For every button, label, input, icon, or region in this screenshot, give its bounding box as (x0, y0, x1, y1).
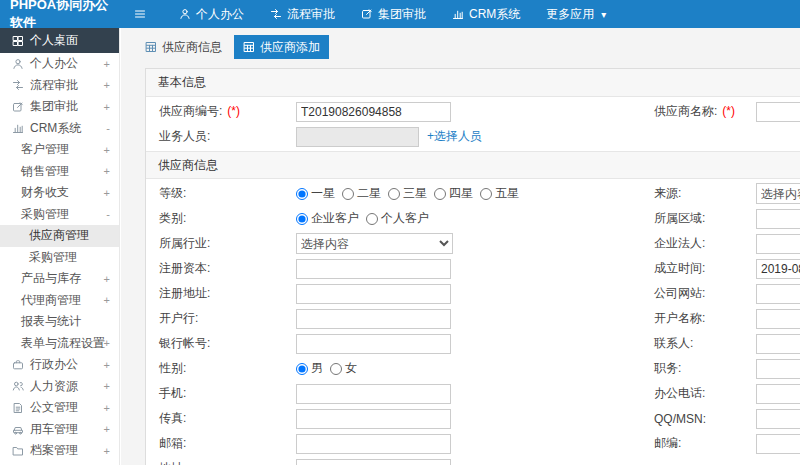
tab-bar: 供应商信息供应商添加 (121, 28, 800, 59)
level-radio-4[interactable]: 五星 (480, 185, 519, 202)
topnav-group-approval[interactable]: 集团审批 (348, 0, 439, 28)
gender-radio-input[interactable] (330, 363, 342, 375)
position-input[interactable] (756, 359, 800, 379)
field-label: 供应商名称:(*) (641, 103, 756, 120)
form-row: 性别:男女职务: (146, 356, 800, 381)
legal-person-input[interactable] (756, 234, 800, 254)
field-legal-person: 企业法人: (641, 234, 800, 254)
contact-input[interactable] (756, 334, 800, 354)
sidebar-item-workflow-approval[interactable]: 流程审批+ (0, 75, 119, 97)
gender-radio-0[interactable]: 男 (296, 360, 323, 377)
section-supplier-detail: 供应商信息等级:一星二星三星四星五星来源:选择内容类别:企业客户个人客户所属区域… (146, 151, 800, 465)
email-input[interactable] (296, 434, 451, 454)
registered-capital-input[interactable] (296, 259, 451, 279)
sidebar-item-form-flow-settings[interactable]: 表单与流程设置+ (0, 333, 119, 355)
sidebar-item-agent-mgmt[interactable]: 代理商管理+ (0, 290, 119, 312)
established-date-input[interactable] (756, 259, 800, 279)
mobile-input[interactable] (296, 384, 451, 404)
radio-label: 二星 (357, 185, 381, 202)
expand-plus-icon: + (104, 380, 110, 392)
tab-supplier-add[interactable]: 供应商添加 (234, 35, 329, 59)
sidebar-item-purchase-mgmt-item[interactable]: 采购管理 (0, 247, 119, 269)
sidebar-item-customer-mgmt[interactable]: 客户管理+ (0, 139, 119, 161)
sidebar-item-supplier-mgmt[interactable]: 供应商管理 (0, 225, 119, 247)
level-radio-input[interactable] (342, 188, 354, 200)
bank-input[interactable] (296, 309, 451, 329)
category-radio-0[interactable]: 企业客户 (296, 210, 359, 227)
category-radio-1[interactable]: 个人客户 (366, 210, 429, 227)
address-input[interactable] (296, 459, 451, 465)
sidebar-item-finance[interactable]: 财务收支+ (0, 182, 119, 204)
bank-account-input[interactable] (296, 334, 451, 354)
user-icon (179, 8, 191, 20)
radio-label: 四星 (449, 185, 473, 202)
topnav-more-apps[interactable]: 更多应用▾ (533, 0, 619, 28)
field-label: 类别: (146, 210, 296, 227)
choose-person-link[interactable]: +选择人员 (427, 128, 482, 145)
account-name-input[interactable] (756, 309, 800, 329)
qq-msn-input[interactable] (756, 409, 800, 429)
radio-label: 一星 (311, 185, 335, 202)
supplier-name-input[interactable] (756, 102, 800, 122)
sidebar-item-document-mgmt[interactable]: 公文管理+ (0, 397, 119, 419)
supplier-form-panel: 基本信息供应商编号:(*)供应商名称:(*)业务人员:+选择人员供应商信息等级:… (145, 68, 800, 465)
required-marker: (*) (227, 104, 240, 118)
field-postcode: 邮编: (641, 434, 800, 454)
gender-radio-1[interactable]: 女 (330, 360, 357, 377)
gender-radio-input[interactable] (296, 363, 308, 375)
source-select[interactable]: 选择内容 (756, 183, 800, 204)
edit-icon (361, 8, 373, 20)
category-radio-input[interactable] (366, 213, 378, 225)
topnav-personal-office[interactable]: 个人办公 (166, 0, 257, 28)
sidebar-item-admin-office[interactable]: 行政办公+ (0, 354, 119, 376)
level-radio-input[interactable] (388, 188, 400, 200)
field-label: 来源: (641, 185, 756, 202)
supplier-code-input[interactable] (296, 102, 451, 122)
level-radio-input[interactable] (296, 188, 308, 200)
topnav-workflow-approval[interactable]: 流程审批 (257, 0, 348, 28)
sidebar-item-products-inventory[interactable]: 产品与库存+ (0, 268, 119, 290)
office-phone-input[interactable] (756, 384, 800, 404)
field-label: 等级: (146, 185, 296, 202)
level-radio-2[interactable]: 三星 (388, 185, 427, 202)
sidebar-item-label: 代理商管理 (21, 292, 81, 309)
form-row: 开户行:开户名称: (146, 306, 800, 331)
field-label: 邮编: (641, 435, 756, 452)
sidebar-item-reports-stats[interactable]: 报表与统计 (0, 311, 119, 333)
sidebar-item-crm-system[interactable]: CRM系统- (0, 118, 119, 140)
field-label: 办公电话: (641, 385, 756, 402)
sidebar-item-personal-office[interactable]: 个人办公+ (0, 53, 119, 75)
tab-label: 供应商信息 (162, 39, 222, 56)
sidebar-item-label: 用车管理 (30, 421, 78, 438)
section-title: 基本信息 (146, 69, 800, 97)
website-input[interactable] (756, 284, 800, 304)
top-nav: 个人办公流程审批集团审批CRM系统更多应用▾ (166, 0, 619, 28)
level-radio-1[interactable]: 二星 (342, 185, 381, 202)
topnav-crm-system[interactable]: CRM系统 (439, 0, 533, 28)
sidebar-item-purchase-mgmt[interactable]: 采购管理- (0, 204, 119, 226)
level-radio-input[interactable] (434, 188, 446, 200)
category-radio-input[interactable] (296, 213, 308, 225)
level-radio-input[interactable] (480, 188, 492, 200)
sidebar-item-personal-desktop[interactable]: 个人桌面 (0, 28, 119, 53)
sidebar-item-vehicle-mgmt[interactable]: 用车管理+ (0, 419, 119, 441)
expand-plus-icon: + (104, 144, 110, 156)
sidebar-item-hr[interactable]: 人力资源+ (0, 376, 119, 398)
expand-plus-icon: + (104, 337, 110, 349)
region-input[interactable] (756, 209, 800, 229)
business-person-input[interactable] (296, 127, 419, 147)
industry-select[interactable]: 选择内容 (296, 233, 453, 254)
postcode-input[interactable] (756, 434, 800, 454)
sidebar-item-archive-mgmt[interactable]: 档案管理+ (0, 440, 119, 462)
menu-toggle-button[interactable] (134, 8, 146, 20)
chart-icon (12, 122, 24, 134)
form-row: 业务人员:+选择人员 (146, 124, 800, 149)
sidebar-item-group-approval[interactable]: 集团审批+ (0, 96, 119, 118)
level-radio-3[interactable]: 四星 (434, 185, 473, 202)
fax-input[interactable] (296, 409, 451, 429)
level-radio-0[interactable]: 一星 (296, 185, 335, 202)
radio-label: 个人客户 (381, 210, 429, 227)
tab-supplier-info[interactable]: 供应商信息 (136, 35, 231, 59)
sidebar-item-sales-mgmt[interactable]: 销售管理+ (0, 161, 119, 183)
registered-address-input[interactable] (296, 284, 451, 304)
